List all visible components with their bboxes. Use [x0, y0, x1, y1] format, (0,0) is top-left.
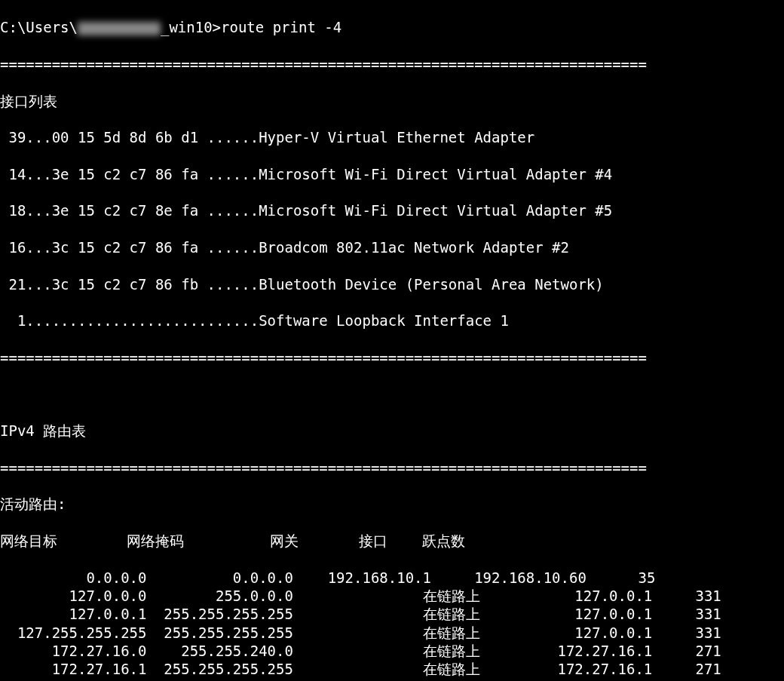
- prompt-prefix: C:\Users\: [0, 19, 78, 35]
- divider: ========================================…: [0, 55, 784, 73]
- route-row: 127.255.255.255 255.255.255.255 在链路上 127…: [0, 624, 784, 642]
- active-routes-header: 活动路由:: [0, 495, 784, 513]
- route-row: 172.27.31.255 255.255.255.255 在链路上 172.2…: [0, 679, 784, 681]
- ipv4-route-table-header: IPv4 路由表: [0, 422, 784, 440]
- interface-row: 18...3e 15 c2 c7 8e fa ......Microsoft W…: [0, 201, 784, 219]
- route-columns-header: 网络目标 网络掩码 网关 接口 跃点数: [0, 532, 784, 550]
- interface-row: 39...00 15 5d 8d 6b d1 ......Hyper-V Vir…: [0, 128, 784, 146]
- interface-list-header: 接口列表: [0, 92, 784, 110]
- route-row: 127.0.0.1 255.255.255.255 在链路上 127.0.0.1…: [0, 605, 784, 623]
- interface-row: 14...3e 15 c2 c7 86 fa ......Microsoft W…: [0, 165, 784, 183]
- route-row: 0.0.0.0 0.0.0.0 192.168.10.1 192.168.10.…: [0, 569, 784, 587]
- interface-row: 1...........................Software Loo…: [0, 311, 784, 330]
- divider: ========================================…: [0, 459, 784, 477]
- interface-row: 16...3c 15 c2 c7 86 fa ......Broadcom 80…: [0, 238, 784, 256]
- prompt-suffix: _win10>: [161, 19, 221, 35]
- route-row: 172.27.16.1 255.255.255.255 在链路上 172.27.…: [0, 660, 784, 678]
- command-text: route print -4: [221, 19, 341, 35]
- blank-line: [0, 385, 784, 403]
- obscured-user: [78, 22, 161, 35]
- route-row: 172.27.16.0 255.255.240.0 在链路上 172.27.16…: [0, 642, 784, 660]
- terminal-output[interactable]: C:\Users\_win10>route print -4 =========…: [0, 0, 784, 681]
- prompt-line: C:\Users\_win10>route print -4: [0, 18, 784, 36]
- interface-row: 21...3c 15 c2 c7 86 fb ......Bluetooth D…: [0, 275, 784, 293]
- divider: ========================================…: [0, 348, 784, 367]
- route-row: 127.0.0.0 255.0.0.0 在链路上 127.0.0.1 331: [0, 587, 784, 605]
